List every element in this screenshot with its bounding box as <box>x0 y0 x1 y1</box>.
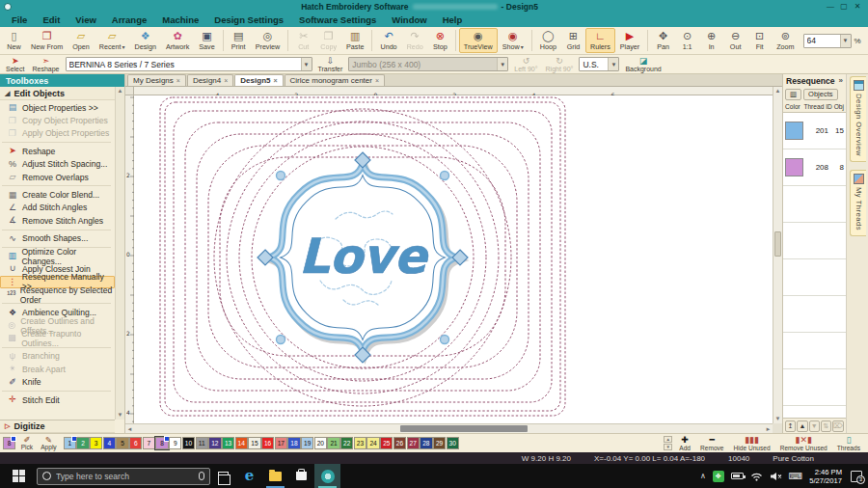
docked-panel-tab[interactable]: Design Overview <box>850 76 866 162</box>
toolbar-button[interactable]: ↶ Undo▾ <box>375 28 401 53</box>
toolbox-item[interactable]: ¹²³ Resequence by Selected Order <box>0 288 115 301</box>
volume-muted-icon[interactable] <box>770 472 782 481</box>
palette-swatch[interactable]: 23 <box>354 437 366 449</box>
document-tab[interactable]: My Designs × <box>127 74 186 86</box>
palette-swatch[interactable]: 16 <box>261 437 274 449</box>
toolbar-button[interactable]: ∟ Rulers▾ <box>585 28 615 53</box>
toolbar2-item[interactable]: ➣ Reshape ▼ <box>28 57 63 72</box>
palette-swatch[interactable]: 9 <box>169 437 181 449</box>
palette-swatch[interactable]: 18 <box>287 437 300 449</box>
palette-swatch[interactable]: 14 <box>235 437 248 449</box>
file-explorer-button[interactable] <box>262 464 288 488</box>
palette-swatch[interactable]: 26 <box>393 437 406 449</box>
menu-item[interactable]: File <box>4 14 35 25</box>
palette-swatch[interactable]: 7 <box>143 437 155 449</box>
palette-swatch[interactable]: 11 <box>196 437 208 449</box>
palette-swatch[interactable]: 19 <box>301 437 313 449</box>
task-view-button[interactable] <box>210 464 236 488</box>
document-tab[interactable]: Design5 × <box>234 74 283 86</box>
toolbox-item[interactable]: ➤ Reshape <box>0 145 115 157</box>
sync-app-icon[interactable]: ✥ <box>713 471 724 482</box>
zoom-level-combo[interactable]: 64▼ <box>803 34 852 48</box>
chevron-down-icon[interactable]: ▼ <box>840 35 851 47</box>
resequence-order-button[interactable]: ↥ <box>785 420 796 432</box>
toolbar2-item[interactable]: ↻ Right 90° ▼ <box>542 57 578 72</box>
resequence-order-button[interactable]: ⇅ <box>821 420 831 432</box>
toolbar2-item[interactable]: ↺ Left 90° ▼ <box>510 57 541 72</box>
menu-item[interactable]: Software Settings <box>291 14 384 25</box>
toolbar2-button[interactable]: ◪ Background <box>621 57 665 72</box>
action-center-icon[interactable]: 3 <box>851 471 862 482</box>
taskbar-search-input[interactable]: Type here to search <box>37 468 210 485</box>
start-button[interactable] <box>0 464 37 488</box>
toolbar-button[interactable]: ❖ Design▾ <box>130 28 161 53</box>
scroll-down-icon[interactable]: ▼ <box>118 411 123 420</box>
thread-row[interactable]: 201 15 <box>783 113 846 149</box>
palette-swatch[interactable]: 3 <box>90 437 102 449</box>
toolbox-item[interactable]: ψ Branching <box>0 350 115 363</box>
palette-swatch[interactable]: 6 <box>129 437 142 449</box>
toolboxes-scrollbar[interactable]: ▲ ▼ <box>115 87 124 420</box>
vertical-scroll-thumb[interactable] <box>774 231 781 257</box>
toolbox-item[interactable]: ❐ Apply Object Properties <box>0 127 115 140</box>
toolbar2-button[interactable]: ↻ Right 90° <box>542 57 578 72</box>
minimize-icon[interactable]: — <box>824 2 837 11</box>
toolbox-item[interactable]: ▥ Optimize Color Changes... <box>0 250 115 262</box>
toolbar-button[interactable]: ▱ Recent▾ <box>95 28 130 53</box>
palette-swatch[interactable]: 20 <box>314 437 327 449</box>
menu-item[interactable]: Design Settings <box>206 14 291 25</box>
toolbar-button[interactable]: ⊗ Stop▾ <box>428 28 452 53</box>
toolbar-button[interactable]: ✂ Cut▾ <box>291 28 315 53</box>
toolbox-item[interactable]: ▩ Create Trapunto Outlines... <box>0 332 115 344</box>
tab-close-icon[interactable]: × <box>176 77 180 84</box>
toolbar-button[interactable]: ⊚ Zoom▾ <box>772 28 799 53</box>
microphone-icon[interactable] <box>199 472 204 480</box>
palette-swatch[interactable]: 5 <box>116 437 128 449</box>
toolbar2-button[interactable]: ⇩ Transfer <box>314 57 347 72</box>
palette-swatch[interactable]: 17 <box>275 437 287 449</box>
toolbox-item[interactable]: ❐ Copy Object Properties <box>0 114 115 126</box>
palette-swatch[interactable]: 8 <box>155 437 168 449</box>
section-digitize[interactable]: ▷ Digitize <box>0 420 115 433</box>
toolbox-item[interactable]: ∿ Smooth Shapes... <box>0 232 115 245</box>
menu-item[interactable]: View <box>68 14 103 25</box>
palette-swatch[interactable]: 15 <box>248 437 260 449</box>
spin-up-icon[interactable]: ▲ <box>664 436 672 443</box>
resequence-order-button[interactable]: ⌦ <box>832 420 844 432</box>
touch-keyboard-icon[interactable]: ⌨ <box>789 472 802 481</box>
palette-action-button[interactable]: ✚ Add <box>674 436 695 451</box>
toolbar2-button[interactable]: ➣ Reshape <box>28 57 63 72</box>
toolbar-button[interactable]: ◯ Hoop▾ <box>535 28 561 53</box>
wifi-icon[interactable] <box>750 472 763 481</box>
toolbar2-button[interactable]: ➤ Select <box>2 57 28 72</box>
palette-swatch[interactable]: 4 <box>103 437 116 449</box>
toolbox-item[interactable]: ∠ Add Stitch Angles <box>0 202 115 214</box>
toolbar-button[interactable]: ⊞ Grid▾ <box>561 28 585 53</box>
tab-close-icon[interactable]: × <box>375 77 379 84</box>
toolbar-button[interactable]: ▣ Save▾ <box>194 28 219 53</box>
scroll-up-icon[interactable]: ▲ <box>118 87 123 95</box>
toolbar-button[interactable]: ▯ New▾ <box>2 28 26 53</box>
toolbar-button[interactable]: ❐ New From▾ <box>26 28 68 53</box>
toolbar-button[interactable]: ▤ Print▾ <box>227 28 251 53</box>
resequence-order-button[interactable]: ▲ <box>797 420 807 432</box>
document-tab[interactable]: Cirlce monogram center × <box>285 74 385 86</box>
thread-color-swatch[interactable] <box>785 158 803 176</box>
toolbar2-item[interactable]: Jumbo (256 x 400) ▼ <box>346 57 510 71</box>
docked-panel-tab[interactable]: My Threads <box>850 170 866 236</box>
palette-swatch[interactable]: 21 <box>327 437 339 449</box>
palette-swatch[interactable]: 25 <box>380 437 393 449</box>
document-tab[interactable]: Design4 × <box>187 74 233 86</box>
section-edit-objects[interactable]: ◢ Edit Objects <box>0 87 115 100</box>
palette-swatch[interactable]: 27 <box>407 437 420 449</box>
current-color-swatch[interactable]: 8 <box>3 437 15 449</box>
toolbar-button[interactable]: ⊕ In▾ <box>699 28 723 53</box>
resequence-order-button[interactable]: ▼ <box>809 420 820 432</box>
hatch-app-button[interactable] <box>314 464 340 488</box>
toolbox-item[interactable]: ✛ Stitch Edit <box>0 393 115 406</box>
chevron-down-icon[interactable]: ▼ <box>301 58 312 70</box>
collapse-panel-icon[interactable]: » <box>839 76 843 85</box>
store-button[interactable] <box>288 464 314 488</box>
menu-item[interactable]: Window <box>384 14 434 25</box>
scroll-left-icon[interactable]: ◄ <box>125 424 134 433</box>
